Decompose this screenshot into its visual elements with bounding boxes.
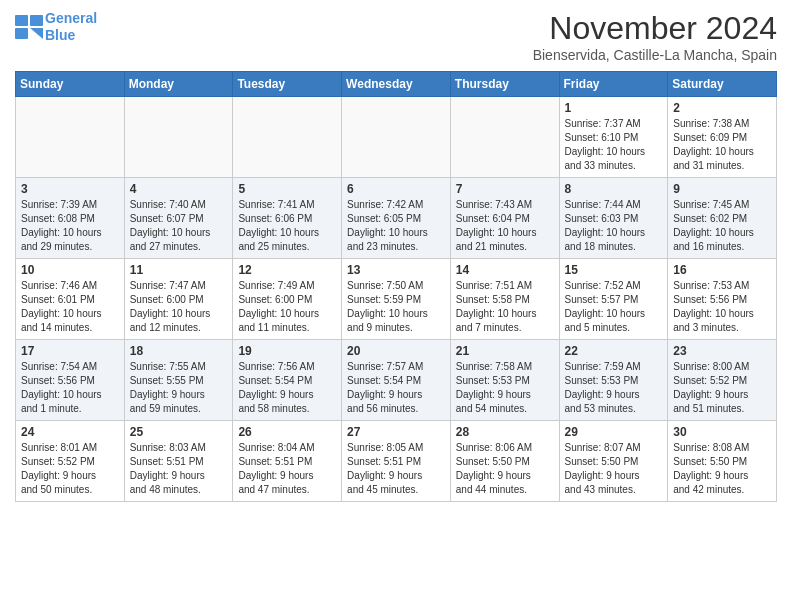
day-number: 20: [347, 344, 445, 358]
calendar-cell: [342, 97, 451, 178]
calendar-cell: 10Sunrise: 7:46 AM Sunset: 6:01 PM Dayli…: [16, 259, 125, 340]
day-number: 3: [21, 182, 119, 196]
calendar-cell: 11Sunrise: 7:47 AM Sunset: 6:00 PM Dayli…: [124, 259, 233, 340]
weekday-header-row: SundayMondayTuesdayWednesdayThursdayFrid…: [16, 72, 777, 97]
day-info: Sunrise: 7:52 AM Sunset: 5:57 PM Dayligh…: [565, 279, 663, 335]
day-number: 27: [347, 425, 445, 439]
weekday-header-thursday: Thursday: [450, 72, 559, 97]
day-number: 8: [565, 182, 663, 196]
calendar-cell: 23Sunrise: 8:00 AM Sunset: 5:52 PM Dayli…: [668, 340, 777, 421]
calendar-cell: 29Sunrise: 8:07 AM Sunset: 5:50 PM Dayli…: [559, 421, 668, 502]
day-info: Sunrise: 7:38 AM Sunset: 6:09 PM Dayligh…: [673, 117, 771, 173]
day-number: 9: [673, 182, 771, 196]
day-info: Sunrise: 8:03 AM Sunset: 5:51 PM Dayligh…: [130, 441, 228, 497]
logo-icon: [15, 15, 43, 39]
location: Bienservida, Castille-La Mancha, Spain: [533, 47, 777, 63]
calendar-cell: 30Sunrise: 8:08 AM Sunset: 5:50 PM Dayli…: [668, 421, 777, 502]
day-info: Sunrise: 8:07 AM Sunset: 5:50 PM Dayligh…: [565, 441, 663, 497]
day-info: Sunrise: 7:43 AM Sunset: 6:04 PM Dayligh…: [456, 198, 554, 254]
calendar-cell: 5Sunrise: 7:41 AM Sunset: 6:06 PM Daylig…: [233, 178, 342, 259]
day-info: Sunrise: 7:56 AM Sunset: 5:54 PM Dayligh…: [238, 360, 336, 416]
calendar-cell: 8Sunrise: 7:44 AM Sunset: 6:03 PM Daylig…: [559, 178, 668, 259]
day-number: 11: [130, 263, 228, 277]
day-info: Sunrise: 7:58 AM Sunset: 5:53 PM Dayligh…: [456, 360, 554, 416]
day-number: 1: [565, 101, 663, 115]
day-number: 18: [130, 344, 228, 358]
calendar-cell: 3Sunrise: 7:39 AM Sunset: 6:08 PM Daylig…: [16, 178, 125, 259]
weekday-header-wednesday: Wednesday: [342, 72, 451, 97]
day-info: Sunrise: 8:00 AM Sunset: 5:52 PM Dayligh…: [673, 360, 771, 416]
day-info: Sunrise: 7:49 AM Sunset: 6:00 PM Dayligh…: [238, 279, 336, 335]
day-number: 6: [347, 182, 445, 196]
title-block: November 2024 Bienservida, Castille-La M…: [533, 10, 777, 63]
day-info: Sunrise: 7:39 AM Sunset: 6:08 PM Dayligh…: [21, 198, 119, 254]
day-info: Sunrise: 7:53 AM Sunset: 5:56 PM Dayligh…: [673, 279, 771, 335]
day-number: 14: [456, 263, 554, 277]
calendar-cell: 14Sunrise: 7:51 AM Sunset: 5:58 PM Dayli…: [450, 259, 559, 340]
day-number: 21: [456, 344, 554, 358]
calendar-cell: 15Sunrise: 7:52 AM Sunset: 5:57 PM Dayli…: [559, 259, 668, 340]
day-info: Sunrise: 8:01 AM Sunset: 5:52 PM Dayligh…: [21, 441, 119, 497]
day-number: 12: [238, 263, 336, 277]
day-number: 2: [673, 101, 771, 115]
logo: General Blue: [15, 10, 97, 44]
day-info: Sunrise: 8:05 AM Sunset: 5:51 PM Dayligh…: [347, 441, 445, 497]
month-title: November 2024: [533, 10, 777, 47]
calendar-cell: 1Sunrise: 7:37 AM Sunset: 6:10 PM Daylig…: [559, 97, 668, 178]
day-info: Sunrise: 7:47 AM Sunset: 6:00 PM Dayligh…: [130, 279, 228, 335]
calendar-cell: 24Sunrise: 8:01 AM Sunset: 5:52 PM Dayli…: [16, 421, 125, 502]
calendar-cell: [450, 97, 559, 178]
day-info: Sunrise: 7:44 AM Sunset: 6:03 PM Dayligh…: [565, 198, 663, 254]
calendar-cell: 18Sunrise: 7:55 AM Sunset: 5:55 PM Dayli…: [124, 340, 233, 421]
weekday-header-saturday: Saturday: [668, 72, 777, 97]
day-info: Sunrise: 7:46 AM Sunset: 6:01 PM Dayligh…: [21, 279, 119, 335]
day-number: 22: [565, 344, 663, 358]
calendar-cell: 28Sunrise: 8:06 AM Sunset: 5:50 PM Dayli…: [450, 421, 559, 502]
day-info: Sunrise: 7:59 AM Sunset: 5:53 PM Dayligh…: [565, 360, 663, 416]
day-info: Sunrise: 7:54 AM Sunset: 5:56 PM Dayligh…: [21, 360, 119, 416]
calendar-cell: 22Sunrise: 7:59 AM Sunset: 5:53 PM Dayli…: [559, 340, 668, 421]
day-number: 23: [673, 344, 771, 358]
calendar-week-row: 3Sunrise: 7:39 AM Sunset: 6:08 PM Daylig…: [16, 178, 777, 259]
calendar-week-row: 10Sunrise: 7:46 AM Sunset: 6:01 PM Dayli…: [16, 259, 777, 340]
calendar-cell: 12Sunrise: 7:49 AM Sunset: 6:00 PM Dayli…: [233, 259, 342, 340]
calendar-cell: 21Sunrise: 7:58 AM Sunset: 5:53 PM Dayli…: [450, 340, 559, 421]
svg-rect-0: [15, 15, 28, 26]
day-info: Sunrise: 7:41 AM Sunset: 6:06 PM Dayligh…: [238, 198, 336, 254]
logo-text: General Blue: [45, 10, 97, 44]
day-info: Sunrise: 8:04 AM Sunset: 5:51 PM Dayligh…: [238, 441, 336, 497]
svg-rect-2: [30, 15, 43, 26]
calendar-week-row: 17Sunrise: 7:54 AM Sunset: 5:56 PM Dayli…: [16, 340, 777, 421]
calendar-cell: 9Sunrise: 7:45 AM Sunset: 6:02 PM Daylig…: [668, 178, 777, 259]
calendar-cell: 26Sunrise: 8:04 AM Sunset: 5:51 PM Dayli…: [233, 421, 342, 502]
day-number: 19: [238, 344, 336, 358]
calendar-cell: 27Sunrise: 8:05 AM Sunset: 5:51 PM Dayli…: [342, 421, 451, 502]
calendar-week-row: 1Sunrise: 7:37 AM Sunset: 6:10 PM Daylig…: [16, 97, 777, 178]
calendar-cell: 25Sunrise: 8:03 AM Sunset: 5:51 PM Dayli…: [124, 421, 233, 502]
calendar-cell: [124, 97, 233, 178]
day-number: 29: [565, 425, 663, 439]
day-info: Sunrise: 7:51 AM Sunset: 5:58 PM Dayligh…: [456, 279, 554, 335]
calendar-cell: [233, 97, 342, 178]
day-info: Sunrise: 8:06 AM Sunset: 5:50 PM Dayligh…: [456, 441, 554, 497]
calendar: SundayMondayTuesdayWednesdayThursdayFrid…: [15, 71, 777, 502]
logo-general: General: [45, 10, 97, 26]
day-number: 4: [130, 182, 228, 196]
day-info: Sunrise: 7:45 AM Sunset: 6:02 PM Dayligh…: [673, 198, 771, 254]
day-number: 5: [238, 182, 336, 196]
day-number: 15: [565, 263, 663, 277]
calendar-cell: 2Sunrise: 7:38 AM Sunset: 6:09 PM Daylig…: [668, 97, 777, 178]
day-info: Sunrise: 8:08 AM Sunset: 5:50 PM Dayligh…: [673, 441, 771, 497]
day-number: 25: [130, 425, 228, 439]
day-info: Sunrise: 7:57 AM Sunset: 5:54 PM Dayligh…: [347, 360, 445, 416]
calendar-cell: 7Sunrise: 7:43 AM Sunset: 6:04 PM Daylig…: [450, 178, 559, 259]
weekday-header-sunday: Sunday: [16, 72, 125, 97]
day-info: Sunrise: 7:40 AM Sunset: 6:07 PM Dayligh…: [130, 198, 228, 254]
calendar-cell: 4Sunrise: 7:40 AM Sunset: 6:07 PM Daylig…: [124, 178, 233, 259]
calendar-week-row: 24Sunrise: 8:01 AM Sunset: 5:52 PM Dayli…: [16, 421, 777, 502]
calendar-cell: 17Sunrise: 7:54 AM Sunset: 5:56 PM Dayli…: [16, 340, 125, 421]
calendar-cell: 19Sunrise: 7:56 AM Sunset: 5:54 PM Dayli…: [233, 340, 342, 421]
page-header: General Blue November 2024 Bienservida, …: [15, 10, 777, 63]
calendar-cell: 16Sunrise: 7:53 AM Sunset: 5:56 PM Dayli…: [668, 259, 777, 340]
day-info: Sunrise: 7:50 AM Sunset: 5:59 PM Dayligh…: [347, 279, 445, 335]
